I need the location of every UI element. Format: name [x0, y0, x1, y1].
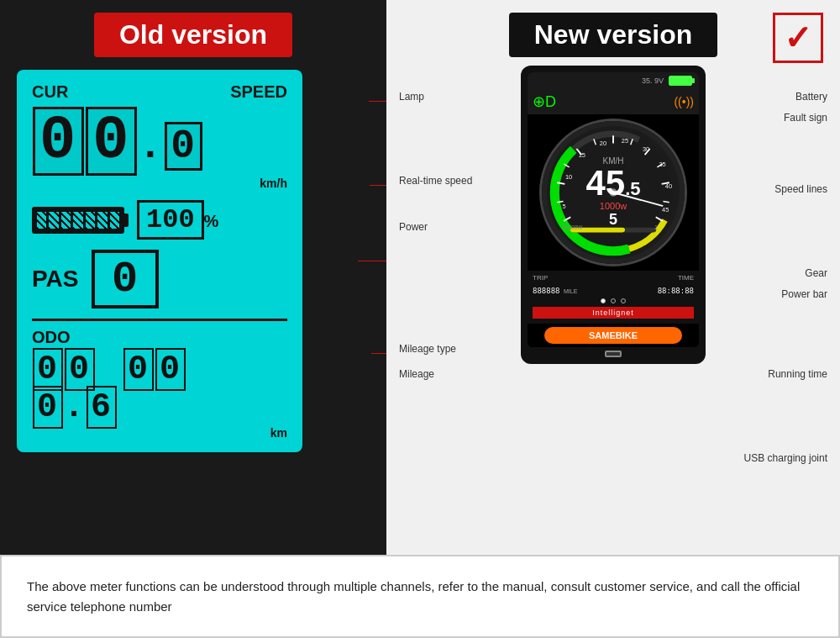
samebike-button: SAMEBIKE [544, 327, 681, 344]
battery-new-icon [669, 76, 692, 86]
power-display-new: 1000w [600, 201, 627, 211]
ann-real-time-speed: Real-time speed [399, 175, 472, 187]
kmh-label: km/h [32, 177, 287, 190]
time-label: TIME [678, 274, 694, 282]
footer-description: The above meter functions can be underst… [0, 555, 840, 638]
device-frame: 35. 9V ⊕D ((•)) [521, 66, 706, 364]
checkmark-symbol: ✓ [784, 18, 812, 57]
new-version-panel: New version ✓ Lamp Real-time speed Power… [386, 0, 840, 555]
svg-text:15: 15 [579, 151, 585, 159]
pct-symbol: % [204, 212, 219, 231]
svg-text:35: 35 [659, 161, 665, 168]
speed-decimal: .5 [625, 180, 640, 198]
old-version-badge: Old version [94, 13, 292, 57]
dot-1 [601, 298, 606, 303]
trip-label: TRIP [533, 274, 548, 282]
footer-text: The above meter functions can be underst… [27, 577, 813, 617]
odo-label: ODO [32, 328, 287, 347]
odo-km-label: km [32, 426, 287, 440]
speed-value: 45 [585, 166, 625, 201]
fault-sign-icon: ((•)) [674, 95, 694, 108]
ann-speed-lines: Speed lines [774, 183, 827, 195]
old-display: CUR SPEED 00.0 km/h [17, 70, 302, 452]
trip-time-values: 888888 MILE 88:88:88 [533, 282, 694, 297]
ann-power: Power [399, 221, 428, 233]
ann-fault-sign: Fault sign [784, 112, 827, 124]
svg-text:45: 45 [662, 206, 669, 214]
ann-gear: Gear [805, 267, 827, 279]
cur-label: CUR [32, 82, 68, 102]
svg-text:40: 40 [665, 182, 672, 190]
svg-text:20: 20 [600, 140, 606, 147]
ann-battery: Battery [795, 91, 827, 103]
usb-port [605, 351, 622, 357]
speedometer-area: 5 10 15 20 25 30 35 40 45 [528, 114, 699, 271]
power-row: 100 % [32, 200, 287, 240]
pas-label: PAS [32, 266, 79, 293]
svg-text:0x100W: 0x100W [563, 224, 584, 230]
speed-label: SPEED [230, 82, 287, 102]
device-screen: 35. 9V ⊕D ((•)) [528, 72, 699, 347]
svg-line-15 [656, 217, 663, 221]
dot-2 [611, 298, 616, 303]
power-pct: 100 [137, 200, 204, 240]
screen-bottom: TRIP TIME 888888 MILE 88:88:88 [528, 271, 699, 324]
ann-mileage: Mileage [399, 368, 434, 380]
screen-top-bar: 35. 9V [528, 72, 699, 89]
svg-text:25: 25 [622, 137, 628, 145]
ann-running-time: Running time [768, 368, 827, 380]
lamp-icon: ⊕D [533, 92, 556, 111]
speed-display: 00.0 [32, 106, 203, 177]
voltage-label: 35. 9V [642, 76, 664, 85]
old-version-panel: Old version CUR SPEED 00.0 km/h [0, 0, 386, 555]
trip-time-labels: TRIP TIME [533, 274, 694, 282]
dots-row [533, 297, 694, 305]
trip-value-group: 888888 MILE [533, 282, 577, 297]
checkmark-icon: ✓ [773, 13, 823, 63]
svg-text:5: 5 [562, 203, 565, 210]
odo-display: 00 00 0.6 [32, 351, 287, 426]
mile-label: MILE [564, 288, 577, 294]
svg-text:30: 30 [643, 145, 649, 153]
old-display-header: CUR SPEED [32, 82, 287, 102]
svg-line-14 [663, 201, 669, 202]
pas-section: PAS 0 [32, 250, 287, 308]
device-wrapper: Lamp Real-time speed Power Mileage type … [395, 66, 832, 364]
dot-3 [621, 298, 626, 303]
trip-value: 888888 [533, 287, 560, 295]
new-version-badge: New version [509, 13, 718, 57]
device-bottom [528, 351, 699, 357]
gear-display: 0 [92, 250, 159, 308]
intellignet-bar: Intellignet [533, 307, 694, 319]
ann-mileage-type: Mileage type [399, 343, 456, 355]
ann-lamp: Lamp [399, 91, 424, 103]
speedo-circle: 5 10 15 20 25 30 35 40 45 [542, 121, 685, 264]
ann-usb: USB charging joint [744, 452, 827, 464]
odo-section: ODO 00 00 0.6 km [32, 319, 287, 440]
battery-icon [32, 207, 124, 234]
svg-text:10: 10 [565, 173, 572, 181]
time-value: 88:88:88 [658, 287, 694, 295]
screen-icons-row: ⊕D ((•)) [528, 89, 699, 114]
gear-display-new: 5 [609, 211, 617, 229]
ann-power-bar: Power bar [781, 288, 827, 300]
svg-text:2: 2 [654, 224, 658, 230]
